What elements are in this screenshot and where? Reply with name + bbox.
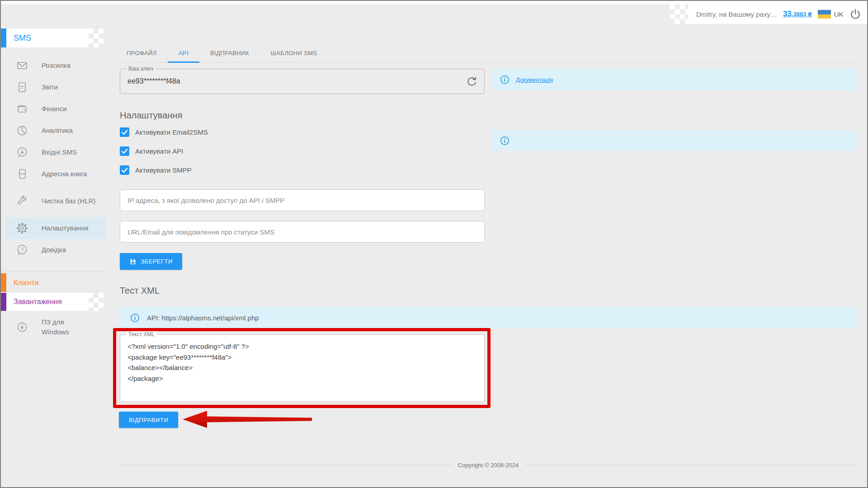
footer: Copyright © 2008-2024 <box>120 462 857 469</box>
save-floppy-icon <box>129 258 137 265</box>
api-key-value: ee93********f48a <box>120 69 484 94</box>
brand-checker-decoration <box>89 28 104 47</box>
window-top-strip <box>1 1 867 4</box>
ip-address-input[interactable] <box>120 189 485 211</box>
sidebar-item-reports[interactable]: Звіти <box>6 76 105 98</box>
logout-button[interactable] <box>849 8 861 20</box>
info-icon <box>500 75 510 85</box>
wrench-icon <box>16 195 28 207</box>
downloads-checker-decoration <box>89 293 104 311</box>
save-button[interactable]: ЗБЕРЕГТИ <box>120 253 182 270</box>
svg-text:?: ? <box>21 247 24 252</box>
sidebar-item-incoming-sms[interactable]: Вхідні SMS <box>6 141 105 163</box>
xml-textarea[interactable]: Текст XML <?xml version="1.0" encoding="… <box>120 334 485 402</box>
sidebar-item-hlr-cleaning[interactable]: Чистка баз (HLR) <box>6 185 105 217</box>
sidebar-item-mailing[interactable]: Розсилка <box>6 55 105 76</box>
checkbox-email2sms[interactable]: Активувати Email2SMS <box>120 127 208 137</box>
info-icon <box>500 136 510 146</box>
tab-sender[interactable]: ВІДПРАВНИК <box>199 43 260 63</box>
api-endpoint-text: API: https://alphasms.net/api/xml.php <box>147 314 259 322</box>
send-button[interactable]: ВІДПРАВИТИ <box>119 412 178 428</box>
checkbox-smpp[interactable]: Активувати SMPP <box>120 165 192 175</box>
header-user-area: Dmitry, на Вашому раху… 33,3883 ₴ UK <box>688 4 867 24</box>
regenerate-key-button[interactable] <box>466 75 478 88</box>
settings-tabs: ПРОФАЙЛ API ВІДПРАВНИК ШАБЛОНИ SMS <box>116 43 857 63</box>
sidebar-menu: Розсилка Звіти Фінанси Аналітика Вхідні … <box>6 55 105 261</box>
api-key-field[interactable]: Ваш ключ ee93********f48a <box>120 69 485 94</box>
sidebar-item-analytics[interactable]: Аналітика <box>6 120 105 141</box>
refresh-icon <box>466 75 478 88</box>
xml-field-label: Текст XML <box>126 331 157 338</box>
brand-logo[interactable]: SMS <box>6 28 89 47</box>
documentation-info-box: Документація <box>491 69 857 90</box>
clients-accent-bar <box>0 273 6 292</box>
inbox-bubble-icon <box>16 146 28 158</box>
user-balance-text: Dmitry, на Вашому раху… <box>696 10 777 18</box>
header-checker-decoration <box>670 4 688 24</box>
checkbox-api[interactable]: Активувати API <box>120 146 184 156</box>
settings-heading: Налаштування <box>120 110 182 121</box>
balance-link[interactable]: 33,3883 ₴ <box>783 9 812 19</box>
gear-icon <box>16 222 28 234</box>
tab-profile[interactable]: ПРОФАЙЛ <box>116 43 168 63</box>
report-icon <box>16 81 28 93</box>
sidebar-item-windows-app[interactable]: ПЗ для Windows <box>16 317 78 337</box>
sidebar-section-clients[interactable]: Клієнти <box>0 273 105 292</box>
sidebar-item-help[interactable]: ? Довідка <box>6 239 105 261</box>
status-url-input[interactable] <box>120 221 485 243</box>
checkbox-checked-icon <box>120 165 129 175</box>
api-endpoint-bar: API: https://alphasms.net/api/xml.php <box>120 307 857 328</box>
documentation-link[interactable]: Документація <box>516 76 553 83</box>
tab-api[interactable]: API <box>168 43 199 63</box>
balance-fraction: ,3883 ₴ <box>792 11 812 18</box>
power-icon <box>849 8 861 20</box>
ukraine-flag-icon <box>818 10 831 19</box>
copyright-text: Copyright © 2008-2024 <box>452 462 525 469</box>
sidebar-item-finance[interactable]: Фінанси <box>6 98 105 120</box>
downloads-accent-bar <box>0 293 6 311</box>
api-info-box <box>491 130 857 151</box>
help-bubble-icon: ? <box>16 244 28 256</box>
red-arrow-annotation <box>182 409 313 429</box>
language-label: UK <box>834 10 844 18</box>
sidebar-item-address-book[interactable]: Адресна книга <box>6 163 105 185</box>
api-key-label: Ваш ключ <box>126 66 156 72</box>
language-selector[interactable]: UK <box>818 10 844 19</box>
xml-content: <?xml version="1.0" encoding="utf-8" ?> … <box>120 335 484 390</box>
sidebar-section-downloads[interactable]: Завантаження <box>6 293 89 311</box>
pie-chart-icon <box>16 125 28 136</box>
wallet-icon <box>16 103 28 115</box>
checkbox-checked-icon <box>120 146 129 156</box>
sidebar-divider <box>0 272 105 272</box>
download-icon <box>16 321 28 333</box>
address-book-icon <box>16 168 28 180</box>
brand-accent-bar <box>0 28 6 47</box>
envelope-icon <box>16 60 28 71</box>
checkbox-checked-icon <box>120 127 129 137</box>
info-icon <box>130 313 140 323</box>
sidebar-item-settings[interactable]: Налаштування <box>6 217 105 239</box>
tab-sms-templates[interactable]: ШАБЛОНИ SMS <box>260 43 328 63</box>
balance-value: 33 <box>783 9 792 18</box>
test-xml-heading: Тест XML <box>120 286 160 296</box>
